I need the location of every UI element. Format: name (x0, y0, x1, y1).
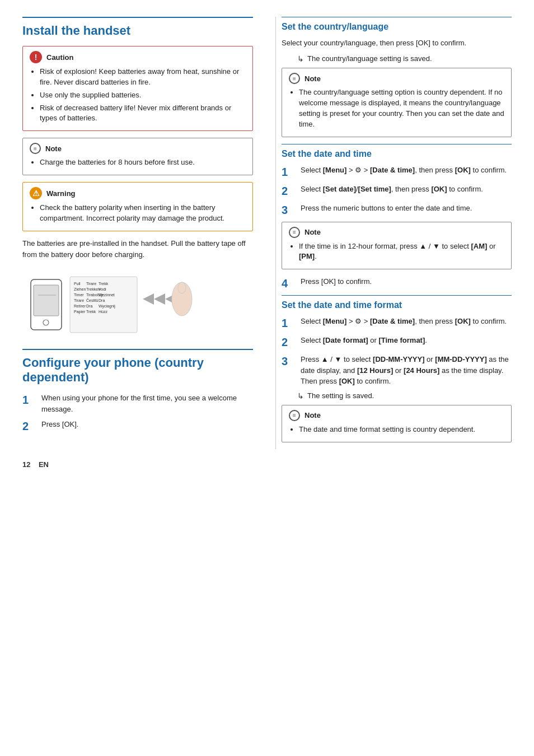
svg-text:Trekk: Trekk (99, 282, 109, 286)
country-note-list: The country/language setting option is c… (289, 87, 504, 129)
caution-content: Risk of explosion! Keep batteries away f… (30, 67, 246, 124)
svg-text:Vodi: Vodi (99, 287, 106, 291)
warning-list-item: Check the battery polarity when insertin… (40, 203, 246, 224)
format-note-box: ≡ Note The date and time format setting … (282, 405, 512, 442)
date-time-note-content: If the time is in 12-hour format, press … (289, 241, 504, 263)
page-number: 12 (22, 460, 30, 469)
warning-list: Check the battery polarity when insertin… (30, 203, 246, 224)
caution-box: ! Caution Risk of explosion! Keep batter… (22, 46, 253, 131)
note-icon-4: ≡ (289, 410, 300, 421)
svg-text:Česlitü: Česlitü (86, 298, 99, 302)
warning-header: ⚠ Warning (30, 187, 246, 199)
caution-list-item: Risk of explosion! Keep batteries away f… (40, 67, 246, 88)
device-image: Pull Tirare Trekk Ziehen Trekken Vodi Ti… (22, 268, 202, 341)
format-note-item: The date and time format setting is coun… (299, 424, 504, 435)
svg-text:Timer: Timer (74, 293, 84, 297)
date-time-note-box: ≡ Note If the time is in 12-hour format,… (282, 222, 512, 270)
date-time-steps: 1 Select [Menu] > ⚙ > [Date & time], the… (282, 165, 512, 217)
format-steps: 1 Select [Menu] > ⚙ > [Date & time], the… (282, 316, 512, 387)
warning-box: ⚠ Warning Check the battery polarity whe… (22, 182, 253, 231)
svg-text:Húzz: Húzz (99, 310, 107, 314)
format-step-item: 2 Select [Date format] or [Time format]. (282, 335, 512, 349)
device-svg: Pull Tirare Trekk Ziehen Trekken Vodi Ti… (28, 268, 196, 341)
svg-rect-1 (34, 285, 59, 316)
svg-text:Wyciagnij: Wyciagnij (99, 304, 115, 309)
right-column: Set the country/language Select your cou… (275, 17, 512, 449)
country-note-header: ≡ Note (289, 73, 504, 84)
configure-steps: 1 When using your phone for the first ti… (22, 393, 253, 433)
country-note-box: ≡ Note The country/language setting opti… (282, 68, 512, 137)
svg-marker-24 (154, 293, 165, 305)
step4-item: 4 Press [OK] to confirm. (282, 276, 512, 291)
dt-step-number: 3 (282, 203, 297, 217)
format-result-row: ↳ The setting is saved. (297, 391, 512, 400)
fmt-step-number: 1 (282, 316, 297, 330)
format-step-item: 3 Press ▲ / ▼ to select [DD-MM-YYYY] or … (282, 354, 512, 387)
note1-list-item: Charge the batteries for 8 hours before … (40, 157, 246, 168)
configure-step-text: When using your phone for the first time… (41, 393, 253, 414)
fmt-step-text: Select [Menu] > ⚙ > [Date & time], then … (301, 316, 512, 327)
warning-icon: ⚠ (30, 187, 42, 199)
caution-icon: ! (30, 51, 42, 63)
arrow-symbol-1: ↳ (297, 54, 304, 63)
format-note-content: The date and time format setting is coun… (289, 424, 504, 435)
date-time-title: Set the date and time (282, 144, 512, 159)
caution-list-item: Use only the supplied batteries. (40, 90, 246, 101)
configure-step-number: 2 (22, 419, 38, 433)
svg-text:Tirare: Tirare (74, 298, 84, 302)
country-result-text: The country/language setting is saved. (307, 54, 432, 63)
svg-text:Ziehen: Ziehen (74, 287, 86, 291)
dt-step-text: Press the numeric buttons to enter the d… (301, 203, 512, 214)
battery-body-text: The batteries are pre-installed in the h… (22, 238, 253, 260)
configure-title: Configure your phone (country dependent) (22, 349, 253, 385)
svg-point-2 (43, 320, 49, 325)
country-intro: Select your country/language, then press… (282, 38, 512, 49)
note-icon-2: ≡ (289, 73, 300, 84)
caution-list: Risk of explosion! Keep batteries away f… (30, 67, 246, 124)
configure-steps-list: 1 When using your phone for the first ti… (22, 393, 253, 433)
date-time-step-item: 2 Select [Set date]/[Set time], then pre… (282, 184, 512, 198)
fmt-step-text: Press ▲ / ▼ to select [DD-MM-YYYY] or [M… (301, 354, 512, 387)
step4-number: 4 (282, 276, 297, 291)
left-column: Install the handset ! Caution Risk of ex… (22, 17, 259, 449)
fmt-step-number: 3 (282, 354, 297, 368)
caution-list-item: Risk of decreased battery life! Never mi… (40, 103, 246, 124)
country-note-item: The country/language setting option is c… (299, 87, 504, 129)
note-box-1: ≡ Note Charge the batteries for 8 hours … (22, 138, 253, 175)
date-time-step-item: 1 Select [Menu] > ⚙ > [Date & time], the… (282, 165, 512, 179)
note1-content: Charge the batteries for 8 hours before … (30, 157, 246, 168)
note1-header: ≡ Note (30, 143, 246, 154)
svg-marker-23 (143, 293, 154, 305)
configure-step-number: 1 (22, 393, 38, 407)
caution-header: ! Caution (30, 51, 246, 63)
svg-text:Tirare: Tirare (86, 282, 96, 286)
country-result-row: ↳ The country/language setting is saved. (297, 54, 512, 63)
configure-step-item: 1 When using your phone for the first ti… (22, 393, 253, 414)
page-footer: 12 EN (22, 460, 512, 469)
svg-text:Retirer: Retirer (74, 304, 86, 308)
svg-point-27 (178, 282, 186, 293)
install-title: Install the handset (22, 17, 253, 38)
fmt-step-number: 2 (282, 335, 297, 349)
configure-step-text: Press [OK]. (41, 419, 253, 430)
country-title: Set the country/language (282, 17, 512, 32)
date-time-note-list: If the time is in 12-hour format, press … (289, 241, 504, 263)
note1-list: Charge the batteries for 8 hours before … (30, 157, 246, 168)
dt-step-text: Select [Menu] > ⚙ > [Date & time], then … (301, 165, 512, 176)
svg-text:Vjezinnet: Vjezinnet (99, 293, 115, 297)
country-note-content: The country/language setting option is c… (289, 87, 504, 129)
format-title: Set the date and time format (282, 295, 512, 310)
configure-step-item: 2 Press [OK]. (22, 419, 253, 433)
dt-step-number: 1 (282, 165, 297, 179)
step4-text: Press [OK] to confirm. (301, 276, 512, 287)
format-step-item: 1 Select [Menu] > ⚙ > [Date & time], the… (282, 316, 512, 330)
svg-text:Papier: Papier (74, 310, 86, 314)
lang-label: EN (39, 460, 49, 469)
fmt-step-text: Select [Date format] or [Time format]. (301, 335, 512, 346)
dt-note-item: If the time is in 12-hour format, press … (299, 241, 504, 263)
warning-content: Check the battery polarity when insertin… (30, 203, 246, 224)
svg-text:Trekk: Trekk (86, 310, 96, 314)
date-time-note-header: ≡ Note (289, 227, 504, 238)
format-note-list: The date and time format setting is coun… (289, 424, 504, 435)
date-time-step-item: 3 Press the numeric buttons to enter the… (282, 203, 512, 217)
